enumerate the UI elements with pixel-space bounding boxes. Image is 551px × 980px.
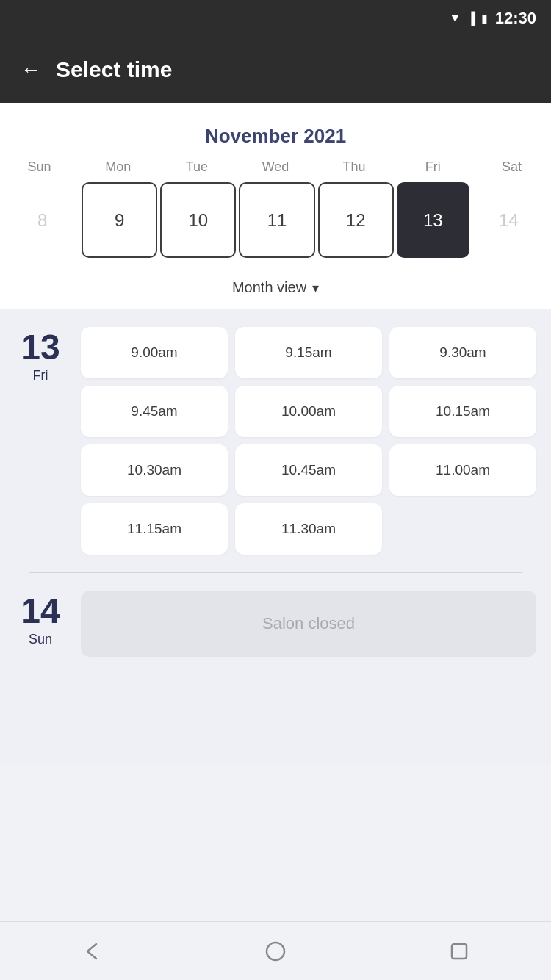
day-name-14: Sun <box>29 632 52 647</box>
weekday-tue: Tue <box>157 159 236 182</box>
recent-nav-button[interactable] <box>441 933 478 970</box>
battery-icon: ▮ <box>481 12 488 26</box>
weekday-sat: Sat <box>472 159 551 182</box>
day-number-14: 14 <box>21 594 60 629</box>
slot-915am[interactable]: 9.15am <box>235 327 382 378</box>
signal-icon: ▐ <box>467 12 475 25</box>
status-bar: ▼ ▐ ▮ 12:30 <box>0 0 551 37</box>
day-number-13: 13 <box>21 330 60 365</box>
month-view-label: Month view <box>232 279 306 296</box>
home-nav-button[interactable] <box>257 933 294 970</box>
slot-945am[interactable]: 9.45am <box>81 386 228 437</box>
day-block-14: 14 Sun Salon closed <box>15 591 536 657</box>
slot-1030am[interactable]: 10.30am <box>81 444 228 496</box>
day-name-13: Fri <box>33 368 48 383</box>
time-slots-grid-13: 9.00am 9.15am 9.30am 9.45am 10.00am 10.1… <box>81 327 536 555</box>
weekday-wed: Wed <box>236 159 314 182</box>
salon-closed-message: Salon closed <box>81 591 536 657</box>
days-row: 8 9 10 11 12 13 14 <box>0 182 551 270</box>
back-button[interactable]: ← <box>21 58 41 82</box>
header: ← Select time <box>0 37 551 103</box>
weekday-fri: Fri <box>394 159 472 182</box>
day-11[interactable]: 11 <box>239 182 314 258</box>
svg-point-0 <box>267 943 284 960</box>
back-nav-icon <box>79 938 105 965</box>
day-label-14: 14 Sun <box>15 591 66 657</box>
day-8[interactable]: 8 <box>6 182 79 258</box>
calendar-section: November 2021 Sun Mon Tue Wed Thu Fri Sa… <box>0 103 551 309</box>
home-nav-icon <box>262 938 289 965</box>
wifi-icon: ▼ <box>450 12 461 25</box>
day-12[interactable]: 12 <box>318 182 394 258</box>
month-year-label: November 2021 <box>0 118 551 159</box>
weekday-thu: Thu <box>315 159 394 182</box>
svg-rect-1 <box>452 944 467 959</box>
slot-1015am[interactable]: 10.15am <box>389 386 536 437</box>
day-block-13: 13 Fri 9.00am 9.15am 9.30am 9.45am 10.00… <box>15 327 536 555</box>
slot-930am[interactable]: 9.30am <box>389 327 536 378</box>
chevron-down-icon: ▾ <box>312 280 319 296</box>
time-section: 13 Fri 9.00am 9.15am 9.30am 9.45am 10.00… <box>0 309 551 765</box>
day-13[interactable]: 13 <box>397 182 469 258</box>
page-title: Select time <box>56 57 172 82</box>
day-10[interactable]: 10 <box>160 182 236 258</box>
bottom-nav <box>0 921 551 980</box>
weekday-sun: Sun <box>0 159 79 182</box>
section-divider <box>29 572 522 573</box>
slot-1000am[interactable]: 10.00am <box>235 386 382 437</box>
day-14[interactable]: 14 <box>472 182 545 258</box>
weekday-mon: Mon <box>79 159 157 182</box>
slot-900am[interactable]: 9.00am <box>81 327 228 378</box>
day-label-13: 13 Fri <box>15 327 66 555</box>
status-icons: ▼ ▐ ▮ <box>450 12 488 26</box>
slot-1045am[interactable]: 10.45am <box>235 444 382 496</box>
recent-nav-icon <box>446 938 472 965</box>
slot-1130am[interactable]: 11.30am <box>235 503 382 555</box>
back-nav-button[interactable] <box>73 933 110 970</box>
day-9[interactable]: 9 <box>82 182 157 258</box>
slot-1100am[interactable]: 11.00am <box>389 444 536 496</box>
month-view-toggle[interactable]: Month view ▾ <box>0 270 551 309</box>
status-time: 12:30 <box>495 9 536 28</box>
weekdays-row: Sun Mon Tue Wed Thu Fri Sat <box>0 159 551 182</box>
slot-1115am[interactable]: 11.15am <box>81 503 228 555</box>
